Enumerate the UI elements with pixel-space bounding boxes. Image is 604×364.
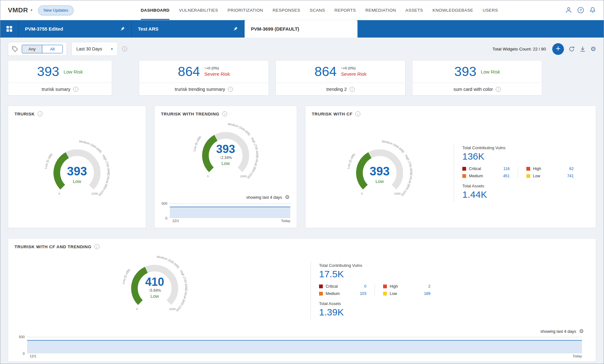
top-navigation: VMDR ▾ New Updates DASHBOARD VULNERABILI…	[0, 0, 604, 20]
settings-gear-icon[interactable]: ⚙	[590, 46, 596, 52]
dashboard-tab-test-ars[interactable]: Test ARS	[132, 20, 245, 38]
widget-trurisk-with-trending: TRURISK WITH TRENDING i Low (0-499)Mediu…	[154, 106, 297, 228]
match-any-button[interactable]: Any	[22, 45, 42, 53]
nav-remediation[interactable]: REMEDIATION	[365, 0, 396, 20]
chevron-down-icon: ▾	[111, 47, 113, 51]
trend-x-axis: 12/1 Today	[155, 218, 297, 223]
legend-row-medium: Medium 103	[319, 291, 366, 296]
add-widget-button[interactable]: +	[552, 43, 564, 55]
showing-row: showing last 4 days ⚙	[8, 327, 596, 335]
medium-swatch	[319, 292, 323, 296]
svg-text:410: 410	[145, 275, 164, 288]
trend-plot-area	[170, 203, 290, 218]
svg-text:393: 393	[216, 143, 235, 156]
trend-settings-gear-icon[interactable]: ⚙	[579, 329, 584, 334]
svg-text:Low: Low	[376, 179, 384, 184]
nav-responses[interactable]: RESPONSES	[273, 0, 300, 20]
help-icon[interactable]: ?	[577, 7, 584, 14]
showing-label: showing last 4 days	[540, 329, 576, 334]
score-value: 393	[37, 64, 59, 79]
card-top: 393 Low Risk	[412, 61, 542, 83]
nav-knowledgebase[interactable]: KNOWLEDGEBASE	[433, 0, 473, 20]
critical-swatch	[462, 167, 466, 171]
tag-icon	[12, 46, 18, 52]
legend-column: Critical 116 Medium 451	[462, 167, 510, 178]
risk-label: Low Risk	[481, 69, 500, 74]
svg-text:High (700-849): High (700-849)	[404, 154, 413, 174]
vulns-value: 17.5K	[319, 269, 430, 279]
info-icon[interactable]: i	[350, 87, 355, 92]
svg-text:1000: 1000	[91, 192, 98, 195]
new-updates-button[interactable]: New Updates	[38, 5, 74, 15]
widget-body: Low (0-499)Medium (500-699)High (700-849…	[305, 118, 596, 228]
notifications-bell-icon[interactable]	[589, 7, 596, 14]
trend-plot-area	[27, 337, 582, 353]
download-icon[interactable]	[579, 46, 586, 52]
contributing-stats: Total Contributing Vulns 17.5K Critical …	[311, 261, 430, 320]
summary-card-trending-2: 864 ↑+0 (0%) Severe Risk trending 2 i	[275, 60, 406, 96]
info-icon[interactable]: i	[222, 111, 227, 116]
info-icon[interactable]: i	[355, 111, 360, 116]
info-icon[interactable]: i	[496, 87, 501, 92]
pin-icon[interactable]	[120, 26, 125, 32]
card-side: ↑+0 (0%) Severe Risk	[341, 66, 367, 77]
dashboard-picker-button[interactable]	[0, 20, 19, 38]
widget-trurisk-with-cf-and-trending: TRURISK WITH CF AND TRENDING i Low (0-49…	[8, 238, 596, 362]
svg-text:1000: 1000	[394, 192, 400, 195]
dashboard-tab-pvm-3699-default[interactable]: PVM-3699 (DEFAULT)	[245, 20, 358, 38]
card-title-row: trending 2 i	[276, 83, 405, 95]
svg-text:1000: 1000	[169, 307, 175, 311]
showing-label: showing last 4 days	[246, 195, 282, 200]
svg-text:393: 393	[370, 165, 389, 178]
legend-row-critical: Critical 116	[462, 167, 510, 171]
high-swatch	[526, 167, 530, 171]
user-profile-icon[interactable]	[565, 7, 572, 14]
trurisk-gauge: Low (0-499)Medium (500-699)High (700-849…	[342, 135, 417, 211]
svg-text:Low (0-499): Low (0-499)	[346, 152, 356, 169]
pin-icon[interactable]	[233, 26, 238, 32]
svg-text:0: 0	[136, 307, 138, 311]
tag-filter-box: Any All	[8, 42, 67, 56]
score-value: 864	[178, 64, 200, 79]
summary-card-trurisk-summary: 393 Low Risk trurisk sumary i	[8, 60, 112, 96]
match-all-button[interactable]: All	[42, 45, 62, 53]
match-toggle: Any All	[22, 45, 63, 53]
refresh-icon[interactable]	[568, 46, 575, 52]
svg-text:Low (0-499): Low (0-499)	[121, 268, 131, 285]
date-range-dropdown[interactable]: Last 30 Days ▾	[71, 42, 118, 56]
trend-settings-gear-icon[interactable]: ⚙	[285, 195, 290, 200]
svg-text:Low (0-499): Low (0-499)	[192, 135, 202, 152]
gauge-container: Low (0-499)Medium (500-699)High (700-849…	[117, 250, 192, 327]
low-swatch	[526, 174, 530, 178]
info-icon[interactable]: i	[228, 87, 233, 92]
card-top: 393 Low Risk	[8, 61, 112, 83]
assets-label: Total Assets	[319, 301, 430, 306]
dashboard-tab-pvm-3755[interactable]: PVM-3755 Edited	[19, 20, 132, 38]
nav-dashboard[interactable]: DASHBOARD	[141, 0, 169, 20]
svg-text:0: 0	[58, 192, 60, 195]
svg-text:?: ?	[579, 8, 582, 12]
nav-vulnerabilities[interactable]: VULNERABILITIES	[179, 0, 218, 20]
info-icon[interactable]: i	[38, 111, 43, 116]
nav-prioritization[interactable]: PRIORITIZATION	[228, 0, 263, 20]
primary-nav: DASHBOARD VULNERABILITIES PRIORITIZATION…	[74, 0, 565, 20]
card-title: sum card with color	[453, 87, 493, 92]
widget-trurisk: TRURISK i Low (0-499)Medium (500-699)Hig…	[8, 106, 146, 228]
nav-reports[interactable]: REPORTS	[335, 0, 356, 20]
app-switcher-chevron-icon[interactable]: ▾	[31, 8, 33, 12]
severity-legend: Critical 116 Medium 451	[462, 167, 574, 178]
summary-cards-row: 393 Low Risk trurisk sumary i 864 ↑+0 (0…	[0, 60, 604, 96]
low-swatch	[383, 292, 387, 296]
date-range-info-icon[interactable]: i	[122, 46, 127, 51]
legend-row-high: High 62	[526, 167, 574, 171]
widget-header: TRURISK i	[8, 106, 146, 118]
info-icon[interactable]: i	[94, 244, 99, 249]
info-icon[interactable]: i	[73, 87, 78, 92]
nav-scans[interactable]: SCANS	[310, 0, 325, 20]
widgets-count-label: Total Widgets Count: 22 / 80	[492, 47, 546, 51]
nav-assets[interactable]: ASSETS	[406, 0, 423, 20]
svg-text:Low: Low	[222, 161, 230, 166]
nav-users[interactable]: USERS	[483, 0, 498, 20]
legend-column: High 2 Low 189	[375, 284, 430, 296]
gauge-container: Low (0-499)Medium (500-699)High (700-849…	[305, 135, 454, 211]
